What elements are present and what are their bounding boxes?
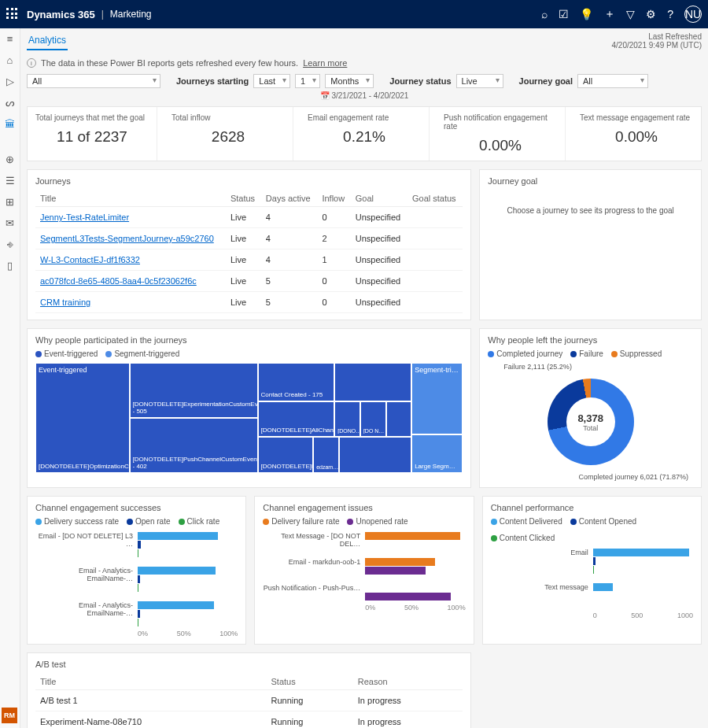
- treemap-cell[interactable]: [DONOTDELETE]PushChannelCustomEvent - 40…: [130, 418, 258, 473]
- table-row[interactable]: W-L3-ContactEJ-df1f6332Live41Unspecified: [35, 249, 463, 271]
- journey-goal-card: Journey goal Choose a journey to see its…: [479, 169, 702, 320]
- learn-more-link[interactable]: Learn more: [303, 58, 347, 68]
- top-bar: Dynamics 365 | Marketing ⌕ ☑ 💡 ＋ ▽ ⚙ ? N…: [0, 0, 708, 28]
- avatar[interactable]: NU: [684, 6, 702, 23]
- settings-icon[interactable]: ⚙: [646, 8, 656, 20]
- bar-row: Email: [491, 549, 693, 574]
- search-icon[interactable]: ⌕: [541, 8, 548, 20]
- help-icon[interactable]: ?: [667, 8, 673, 20]
- ch-perf-card: Channel performance Content DeliveredCon…: [482, 496, 702, 645]
- treemap-cell[interactable]: [DONOTDELETE]AllChan…: [258, 401, 335, 437]
- table-row[interactable]: ac078fcd-8e65-4805-8aa4-0c5f23062f6cLive…: [35, 271, 463, 292]
- treemap-cell[interactable]: Contact Created - 175: [258, 363, 335, 401]
- treemap-cell[interactable]: [DONO…: [334, 401, 360, 437]
- treemap-cell[interactable]: [DO N…: [360, 401, 386, 437]
- ch-succ-card: Channel engagement successes Delivery su…: [27, 496, 246, 645]
- filter-journey-goal-label: Journey goal: [519, 76, 573, 86]
- treemap-chart[interactable]: Event-triggered [DONOTDELETE]Optimizatio…: [35, 363, 463, 473]
- left-nav: ≡ ⌂ ▷ ᔕ 🏛 ⊕ ☰ ⊞ ✉ ⎆ ▯: [0, 28, 20, 728]
- filter-unit[interactable]: Months: [325, 74, 374, 88]
- nav-globe-icon[interactable]: ⊕: [6, 153, 14, 165]
- tab-analytics[interactable]: Analytics: [27, 31, 68, 50]
- last-refreshed: Last Refreshed 4/20/2021 9:49 PM (UTC): [612, 32, 702, 50]
- treemap-cell[interactable]: [339, 437, 411, 473]
- nav-grid-icon[interactable]: ⊞: [6, 196, 14, 208]
- bar-row: Email - Analytics-EmailName-…: [35, 567, 238, 592]
- filter-journey-goal[interactable]: All: [577, 74, 648, 88]
- filter-mode[interactable]: Last: [253, 74, 290, 88]
- abtest-card: A/B test TitleStatusReason A/B test 1Run…: [27, 652, 471, 728]
- bar-row: Text message: [491, 583, 693, 608]
- treemap-cell[interactable]: edzam…: [313, 437, 339, 473]
- filter-journey-status-label: Journey status: [389, 76, 451, 86]
- journeys-table: TitleStatusDays activeInflowGoalGoal sta…: [35, 190, 463, 313]
- date-range-label: 📅 3/21/2021 - 4/20/2021: [27, 91, 702, 100]
- task-icon[interactable]: ☑: [559, 8, 569, 20]
- table-row[interactable]: CRM trainingLive50Unspecified: [35, 292, 463, 313]
- bar-row: Push Notification - Push-Pus…: [263, 584, 465, 601]
- app-name: Dynamics 365: [27, 9, 95, 20]
- table-row[interactable]: Experiment-Name-08e710RunningIn progress: [35, 711, 463, 729]
- bar-row: Email - Analytics-EmailName-…: [35, 601, 238, 626]
- nav-journey-icon[interactable]: ᔕ: [6, 97, 15, 109]
- bar-row: Email - [DO NOT DELETE] L3 …: [35, 532, 238, 557]
- treemap-cell[interactable]: [DONOTDELETE]ExperimentationCustomEvent …: [130, 363, 258, 418]
- donut-chart[interactable]: 8,378Total: [548, 379, 634, 465]
- abtest-table: TitleStatusReason A/B test 1RunningIn pr…: [35, 674, 463, 728]
- nav-list-icon[interactable]: ☰: [6, 175, 15, 187]
- kpi: Push notification engagement rate0.00%: [436, 107, 566, 161]
- nav-phone-icon[interactable]: ▯: [7, 260, 13, 272]
- filter-icon[interactable]: ▽: [626, 8, 635, 20]
- ch-iss-card: Channel engagement issues Delivery failu…: [254, 496, 474, 645]
- lightbulb-icon[interactable]: 💡: [580, 8, 593, 20]
- kpi: Total inflow2628: [164, 107, 293, 161]
- rm-badge: RM: [2, 708, 17, 723]
- info-icon: i: [27, 58, 36, 68]
- module-name: Marketing: [110, 9, 152, 20]
- kpi: Text message engagement rate0.00%: [572, 107, 701, 161]
- bar-row: Text Message - [DO NOT DEL…: [263, 532, 465, 549]
- filter-journey-status[interactable]: Live: [456, 74, 503, 88]
- table-row[interactable]: Jenny-Test-RateLimiterLive40Unspecified: [35, 207, 463, 228]
- kpi-row: Total journeys that met the goal11 of 22…: [27, 106, 702, 161]
- journeys-card: Journeys TitleStatusDays activeInflowGoa…: [27, 169, 471, 320]
- refresh-note: i The data in these Power BI reports get…: [27, 58, 702, 68]
- bar-row: Email - markdun-oob-1: [263, 558, 465, 575]
- left-journeys-card: Why people left the journeys Completed j…: [479, 328, 702, 488]
- nav-pin-icon[interactable]: ▷: [6, 76, 14, 87]
- treemap-cell[interactable]: [386, 401, 412, 437]
- nav-mail-icon[interactable]: ✉: [6, 217, 14, 229]
- treemap-cell[interactable]: Event-triggered [DONOTDELETE]Optimizatio…: [35, 363, 130, 473]
- kpi: Email engagement rate0.21%: [300, 107, 430, 161]
- add-icon[interactable]: ＋: [604, 7, 615, 21]
- table-row[interactable]: SegmentL3Tests-SegmentJourney-a59c2760Li…: [35, 228, 463, 249]
- filter-journeys-starting-label: Journeys starting: [176, 76, 249, 86]
- table-row[interactable]: A/B test 1RunningIn progress: [35, 690, 463, 711]
- nav-menu-icon[interactable]: ≡: [7, 33, 13, 45]
- filter-all[interactable]: All: [27, 74, 160, 88]
- treemap-cell[interactable]: Large Segm…: [411, 434, 463, 473]
- treemap-cell[interactable]: Segment-tri…: [411, 363, 463, 434]
- treemap-cell[interactable]: [334, 363, 411, 401]
- nav-analytics-icon[interactable]: 🏛: [5, 118, 15, 130]
- waffle-icon[interactable]: [6, 8, 19, 20]
- treemap-cell[interactable]: [DONOTDELETE]EmailCh…: [258, 437, 314, 473]
- nav-home-icon[interactable]: ⌂: [7, 54, 13, 66]
- nav-broadcast-icon[interactable]: ⎆: [7, 238, 13, 250]
- filter-num[interactable]: 1: [295, 74, 320, 88]
- participated-card: Why people participated in the journeys …: [27, 328, 471, 488]
- kpi: Total journeys that met the goal11 of 22…: [28, 107, 157, 161]
